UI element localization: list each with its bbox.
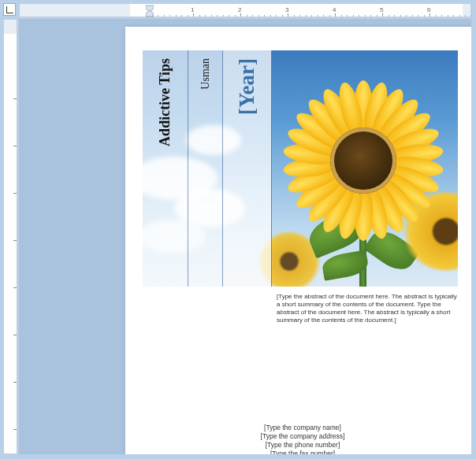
cover-title-text[interactable]: Addictive Tips (157, 58, 173, 146)
svg-marker-1 (146, 10, 154, 17)
ruler-tick-label: 5 (380, 6, 383, 13)
ruler-tick (13, 382, 17, 383)
ruler-tick (13, 429, 17, 430)
abstract-placeholder[interactable]: [Type the abstract of the document here.… (277, 293, 459, 324)
ruler-tick-label: 3 (285, 6, 288, 13)
phone-placeholder[interactable]: [Type the phone number] (216, 441, 389, 449)
company-name-placeholder[interactable]: [Type the company name] (216, 424, 389, 431)
cover-image[interactable]: Addictive Tips Usman [Year] (143, 50, 458, 287)
document-canvas[interactable]: Addictive Tips Usman [Year] [Type the ab… (19, 19, 471, 454)
ruler-tick (13, 98, 17, 99)
document-page[interactable]: Addictive Tips Usman [Year] [Type the ab… (125, 27, 471, 454)
ruler-tick (13, 240, 17, 241)
cover-author-bar[interactable]: Usman (188, 50, 223, 287)
hanging-indent-marker[interactable] (146, 4, 154, 18)
ruler-tick-label: 6 (427, 6, 430, 13)
ruler-tick (13, 193, 17, 194)
sunflower-main (296, 94, 430, 228)
tab-selector[interactable] (3, 3, 16, 16)
contact-block[interactable]: [Type the company name] [Type the compan… (216, 424, 389, 454)
fax-placeholder[interactable]: [Type the fax number] (216, 450, 389, 454)
horizontal-ruler[interactable]: 123456 (19, 3, 471, 17)
cover-year-placeholder[interactable]: [Year] (235, 58, 259, 115)
ruler-tick-label: 2 (238, 6, 241, 13)
ruler-tick (13, 146, 17, 146)
cover-title-bar[interactable]: Addictive Tips (143, 50, 188, 287)
ruler-tick-label: 4 (333, 6, 336, 13)
ruler-tick (13, 287, 17, 288)
cover-author-text[interactable]: Usman (199, 58, 212, 90)
company-address-placeholder[interactable]: [Type the company address] (216, 432, 389, 440)
word-editor-viewport: 123456 (2, 2, 474, 457)
vertical-ruler[interactable] (3, 19, 17, 454)
ruler-tick-label: 1 (191, 6, 194, 13)
ruler-tick (13, 335, 17, 335)
sunflower-center (330, 128, 396, 194)
cover-year-bar[interactable]: [Year] (223, 50, 272, 287)
cover-title-bars: Addictive Tips Usman [Year] (143, 50, 281, 287)
vertical-ruler-active (4, 34, 17, 453)
horizontal-ruler-active (130, 4, 463, 17)
